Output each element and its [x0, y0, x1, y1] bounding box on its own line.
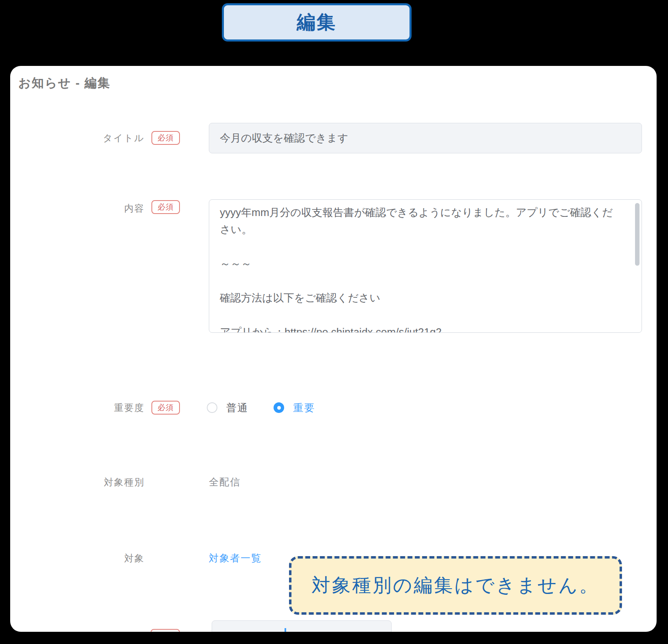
body-textarea-value: yyyy年mm月分の収支報告書が確認できるようになりました。アプリでご確認くださ…: [220, 204, 620, 333]
edit-mode-chip-label: 編集: [297, 10, 337, 35]
importance-radio-important-label: 重要: [293, 401, 315, 415]
body-textarea[interactable]: yyyy年mm月分の収支報告書が確認できるようになりました。アプリでご確認くださ…: [209, 199, 642, 333]
radio-unselected-icon: [207, 402, 217, 413]
body-field-label: 内容: [10, 202, 145, 215]
partial-bottom-input[interactable]: [212, 620, 392, 632]
callout-note: 対象種別の編集はできません。: [289, 556, 622, 615]
importance-radio-normal[interactable]: 普通: [207, 401, 248, 415]
importance-radio-group: 普通 重要: [207, 397, 315, 419]
text-cursor: [285, 628, 286, 632]
page-title: お知らせ - 編集: [18, 75, 111, 92]
target-type-row: 対象種別 全配信: [10, 472, 657, 492]
importance-radio-important[interactable]: 重要: [274, 401, 315, 415]
importance-field-label: 重要度: [10, 397, 145, 419]
title-input[interactable]: 今月の収支を確認できます: [209, 123, 642, 153]
screenshot-root: 編集 お知らせ - 編集 タイトル 必須 今月の収支を確認できます 内容 必須 …: [0, 0, 668, 644]
required-badge: 必須: [151, 401, 180, 415]
notice-edit-panel: お知らせ - 編集 タイトル 必須 今月の収支を確認できます 内容 必須 yyy…: [10, 66, 657, 632]
importance-radio-normal-label: 普通: [226, 401, 248, 415]
required-badge: 必須: [151, 131, 180, 145]
target-label: 対象: [10, 548, 145, 568]
callout-note-text: 対象種別の編集はできません。: [311, 573, 600, 598]
body-field-row: 内容 必須 yyyy年mm月分の収支報告書が確認できるようになりました。アプリで…: [10, 199, 657, 333]
textarea-scrollbar-thumb[interactable]: [635, 203, 640, 266]
title-field-row: タイトル 必須 今月の収支を確認できます: [10, 123, 657, 153]
target-type-label: 対象種別: [10, 472, 145, 492]
target-type-value: 全配信: [209, 472, 241, 492]
required-badge: 必須: [151, 200, 180, 214]
partial-required-badge: [151, 629, 180, 632]
title-input-value: 今月の収支を確認できます: [220, 131, 348, 145]
target-list-link[interactable]: 対象者一覧: [209, 548, 262, 568]
edit-mode-chip: 編集: [222, 3, 412, 41]
title-field-label: タイトル: [10, 123, 145, 153]
radio-selected-icon: [274, 402, 284, 413]
importance-field-row: 重要度 必須 普通 重要: [10, 397, 657, 419]
